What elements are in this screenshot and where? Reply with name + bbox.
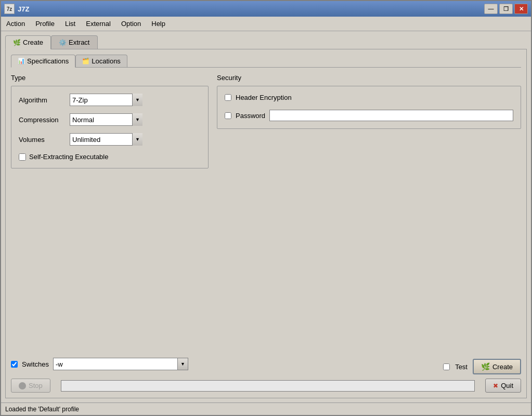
menu-action[interactable]: Action bbox=[1, 18, 30, 29]
stop-button-label: Stop bbox=[29, 382, 43, 389]
main-panel: 📊 Specifications 🗂️ Locations Type bbox=[5, 49, 527, 398]
algorithm-select-wrapper: 7-Zip ZIP TAR GZip BZip2 XZ ▼ bbox=[70, 94, 142, 106]
compression-select[interactable]: Store Fastest Fast Normal Maximum Ultra bbox=[70, 113, 142, 126]
stop-progress-group: Stop bbox=[11, 379, 475, 393]
menu-list[interactable]: List bbox=[60, 18, 81, 29]
quit-icon: ✖ bbox=[493, 382, 498, 389]
tab-specifications[interactable]: 📊 Specifications bbox=[11, 55, 75, 68]
type-box: Algorithm 7-Zip ZIP TAR GZip BZip2 XZ bbox=[11, 86, 209, 168]
window-title: J7Z bbox=[18, 5, 29, 13]
header-encryption-checkbox[interactable] bbox=[225, 94, 231, 101]
switches-input-group: ▼ bbox=[53, 358, 188, 370]
create-button[interactable]: 🌿 Create bbox=[473, 359, 521, 374]
test-label[interactable]: Test bbox=[455, 363, 468, 371]
security-section-title: Security bbox=[217, 74, 521, 82]
volumes-label: Volumes bbox=[19, 136, 66, 144]
switches-label[interactable]: Switches bbox=[22, 360, 49, 368]
bottom-controls: Switches ▼ Test 🌿 Create bbox=[11, 358, 521, 393]
stop-button[interactable]: Stop bbox=[11, 379, 50, 393]
security-section: Security Header Encryption Password bbox=[217, 74, 521, 216]
form-area: Type Algorithm 7-Zip ZIP TAR GZip bbox=[11, 74, 521, 216]
password-checkbox[interactable] bbox=[225, 112, 231, 119]
progress-area: Stop ✖ Quit bbox=[11, 379, 521, 393]
switches-input[interactable] bbox=[53, 358, 178, 370]
switches-dropdown-button[interactable]: ▼ bbox=[178, 358, 188, 370]
quit-button[interactable]: ✖ Quit bbox=[485, 379, 521, 393]
compression-row: Compression Store Fastest Fast Normal Ma… bbox=[19, 113, 201, 126]
security-box: Header Encryption Password bbox=[217, 86, 521, 129]
switches-actions-row: Switches ▼ Test 🌿 Create bbox=[11, 358, 521, 375]
menu-profile[interactable]: Profile bbox=[30, 18, 60, 29]
menu-help[interactable]: Help bbox=[146, 18, 171, 29]
algorithm-select[interactable]: 7-Zip ZIP TAR GZip BZip2 XZ bbox=[70, 94, 142, 106]
algorithm-row: Algorithm 7-Zip ZIP TAR GZip BZip2 XZ bbox=[19, 94, 201, 106]
header-encryption-label[interactable]: Header Encryption bbox=[236, 94, 292, 101]
test-checkbox[interactable] bbox=[443, 363, 450, 370]
loc-tab-icon: 🗂️ bbox=[82, 58, 89, 64]
switches-row: Switches ▼ bbox=[11, 358, 188, 370]
compression-label: Compression bbox=[19, 116, 66, 124]
header-encryption-row: Header Encryption bbox=[225, 94, 513, 101]
password-input[interactable] bbox=[269, 110, 513, 121]
statusbar: Loaded the 'Default' profile bbox=[1, 402, 531, 415]
password-row: Password bbox=[225, 110, 513, 121]
algorithm-label: Algorithm bbox=[19, 96, 66, 104]
titlebar: 7z J7Z — ❐ ✕ bbox=[1, 1, 531, 17]
self-extracting-row: Self-Extracting Executable bbox=[19, 153, 201, 161]
inner-tab-bar: 📊 Specifications 🗂️ Locations bbox=[11, 55, 521, 68]
app-icon: 7z bbox=[4, 4, 15, 14]
form-spacer bbox=[11, 216, 521, 358]
create-button-label: Create bbox=[492, 363, 513, 371]
volumes-select[interactable]: Unlimited 1MB 10MB 100MB 700MB 1GB bbox=[70, 133, 142, 146]
volumes-row: Volumes Unlimited 1MB 10MB 100MB 700MB 1… bbox=[19, 133, 201, 146]
outer-tab-bar: 🌿 Create ⚙️ Extract bbox=[5, 35, 527, 49]
status-message: Loaded the 'Default' profile bbox=[5, 406, 79, 413]
close-button[interactable]: ✕ bbox=[514, 4, 528, 14]
stop-icon bbox=[19, 382, 26, 389]
quit-button-label: Quit bbox=[501, 382, 513, 389]
extract-tab-icon: ⚙️ bbox=[59, 39, 67, 46]
spec-tab-icon: 📊 bbox=[18, 58, 25, 64]
tab-locations-label: Locations bbox=[92, 57, 121, 65]
compression-select-wrapper: Store Fastest Fast Normal Maximum Ultra … bbox=[70, 113, 142, 126]
content-area: 🌿 Create ⚙️ Extract 📊 Specifications 🗂️ … bbox=[1, 31, 531, 402]
tab-extract-label: Extract bbox=[69, 38, 89, 46]
volumes-select-wrapper: Unlimited 1MB 10MB 100MB 700MB 1GB ▼ bbox=[70, 133, 142, 146]
menu-external[interactable]: External bbox=[81, 18, 116, 29]
create-tab-icon: 🌿 bbox=[13, 39, 21, 46]
create-icon: 🌿 bbox=[481, 362, 490, 371]
progress-bar bbox=[61, 380, 475, 392]
self-extracting-label[interactable]: Self-Extracting Executable bbox=[29, 153, 108, 161]
maximize-button[interactable]: ❐ bbox=[499, 4, 513, 14]
type-section-title: Type bbox=[11, 74, 209, 82]
inner-tab-spacer bbox=[127, 55, 521, 67]
titlebar-left: 7z J7Z bbox=[4, 4, 29, 14]
menubar: Action Profile List External Option Help bbox=[1, 17, 531, 31]
switches-checkbox[interactable] bbox=[11, 361, 18, 368]
minimize-button[interactable]: — bbox=[484, 4, 498, 14]
self-extracting-checkbox[interactable] bbox=[19, 153, 26, 161]
test-create-area: Test 🌿 Create bbox=[443, 359, 521, 374]
password-label[interactable]: Password bbox=[236, 112, 265, 120]
tab-create-label: Create bbox=[23, 38, 43, 46]
titlebar-buttons: — ❐ ✕ bbox=[484, 4, 528, 14]
type-section: Type Algorithm 7-Zip ZIP TAR GZip bbox=[11, 74, 209, 216]
tab-specs-label: Specifications bbox=[27, 57, 69, 65]
tab-locations[interactable]: 🗂️ Locations bbox=[75, 55, 127, 67]
menu-option[interactable]: Option bbox=[116, 18, 146, 29]
main-window: 7z J7Z — ❐ ✕ Action Profile List Externa… bbox=[0, 0, 532, 416]
tab-create[interactable]: 🌿 Create bbox=[5, 35, 51, 49]
tab-extract[interactable]: ⚙️ Extract bbox=[51, 35, 97, 49]
